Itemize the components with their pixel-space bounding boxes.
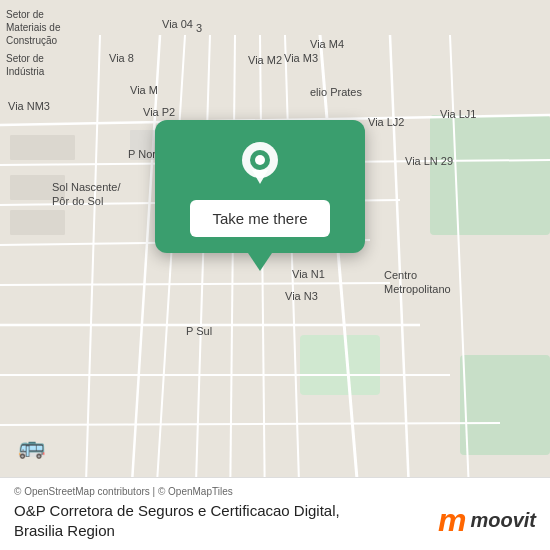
- moovit-m-letter: m: [438, 504, 466, 536]
- map-background: Setor deMateriais deConstrução Setor deI…: [0, 0, 550, 550]
- map-container: Setor deMateriais deConstrução Setor deI…: [0, 0, 550, 550]
- label-via-m: Via M: [130, 84, 158, 96]
- label-via-n1: Via N1: [292, 268, 325, 280]
- pin-icon: [236, 140, 284, 188]
- svg-rect-24: [10, 210, 65, 235]
- label-via-04: Via 04: [162, 18, 193, 30]
- location-popup: Take me there: [155, 120, 365, 253]
- label-via-m4: Via M4: [310, 38, 344, 50]
- moovit-logo: m moovit: [438, 504, 536, 536]
- label-via-m2: Via M2: [248, 54, 282, 66]
- label-via-lj2: Via LJ2: [368, 116, 405, 128]
- svg-rect-2: [460, 355, 550, 455]
- label-via-8: Via 8: [109, 52, 134, 64]
- label-via-nm3: Via NM3: [8, 100, 50, 112]
- label-via-lj1: Via LJ1: [440, 108, 477, 120]
- label-via-n3: Via N3: [285, 290, 318, 302]
- label-p-sul: P Sul: [186, 325, 212, 337]
- svg-point-32: [255, 155, 265, 165]
- moovit-wordmark: moovit: [470, 510, 536, 530]
- label-via-m3: Via M3: [284, 52, 318, 64]
- bottom-bar: © OpenStreetMap contributors | © OpenMap…: [0, 477, 550, 550]
- label-setor-materiais: Setor deMateriais deConstrução: [6, 8, 60, 47]
- attribution-text: © OpenStreetMap contributors | © OpenMap…: [14, 486, 536, 497]
- label-centro-metropolitano: CentroMetropolitano: [384, 268, 451, 297]
- svg-rect-1: [430, 115, 550, 235]
- location-name: O&P Corretora de Seguros e Certificacao …: [14, 501, 340, 540]
- svg-rect-3: [300, 335, 380, 395]
- svg-rect-22: [10, 135, 75, 160]
- label-elio-prates: elio Prates: [310, 86, 362, 98]
- take-me-there-button[interactable]: Take me there: [190, 200, 329, 237]
- label-via-p2: Via P2: [143, 106, 175, 118]
- label-via-ln29: Via LN 29: [405, 155, 453, 167]
- label-sol-nascente: Sol Nascente/Pôr do Sol: [52, 180, 120, 209]
- label-setor-industria: Setor deIndústria: [6, 52, 44, 78]
- bus-icon: 🚌: [18, 434, 45, 460]
- label-via-3: 3: [196, 22, 202, 34]
